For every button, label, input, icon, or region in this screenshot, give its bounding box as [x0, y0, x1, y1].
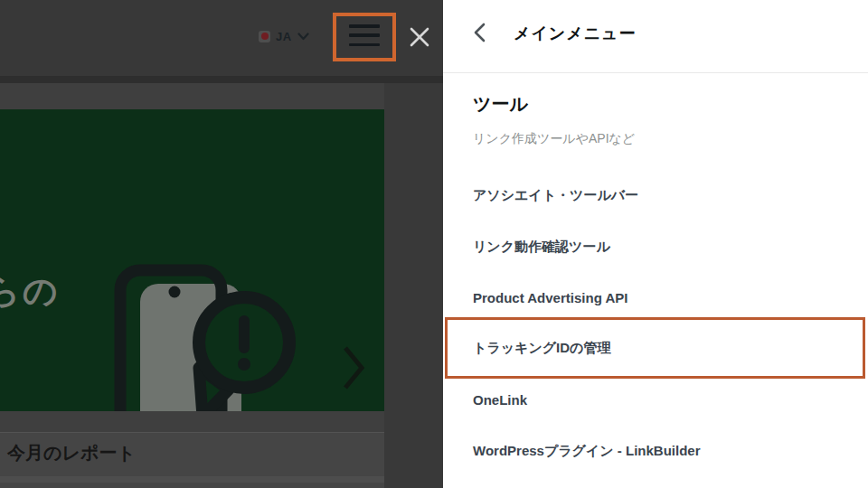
banner-partial-text: らの: [0, 268, 60, 314]
menu-item-link-checker[interactable]: リンク動作確認ツール: [443, 221, 868, 272]
menu-item-wordpress-linkbuilder[interactable]: WordPressプラグイン - LinkBuilder: [443, 426, 868, 476]
hamburger-menu-icon[interactable]: [349, 24, 380, 46]
close-icon[interactable]: [406, 23, 433, 51]
language-selector[interactable]: JA: [259, 25, 309, 47]
report-section: 今月のレポート: [0, 432, 384, 488]
menu-section-subtitle: リンク作成ツールやAPIなど: [473, 131, 635, 147]
page-gutter: [384, 83, 443, 488]
dimmed-page-background: JA らの: [0, 0, 443, 488]
main-menu-panel: メインメニュー ツール リンク作成ツールやAPIなど アソシエイト・ツールバー …: [443, 0, 868, 488]
report-card-edge: [0, 476, 384, 483]
chevron-down-icon: [297, 33, 309, 41]
menu-title: メインメニュー: [514, 23, 637, 44]
menu-item-product-advertising-api[interactable]: Product Advertising API: [443, 272, 868, 323]
menu-header: メインメニュー: [443, 0, 868, 73]
header-divider: [0, 76, 443, 83]
promo-banner[interactable]: らの: [0, 109, 384, 411]
banner-next-chevron-icon[interactable]: [336, 343, 369, 393]
menu-section-title: ツール: [473, 92, 528, 117]
menu-item-associate-toolbar[interactable]: アソシエイト・ツールバー: [443, 170, 868, 221]
menu-item-onelink[interactable]: OneLink: [443, 374, 868, 425]
menu-item-tracking-id-management[interactable]: トラッキングIDの管理: [443, 323, 868, 373]
report-heading: 今月のレポート: [7, 441, 136, 465]
japan-flag-icon: [259, 31, 270, 42]
back-chevron-icon[interactable]: [471, 22, 487, 43]
language-code: JA: [276, 30, 292, 43]
phone-alert-icon: [108, 252, 307, 411]
